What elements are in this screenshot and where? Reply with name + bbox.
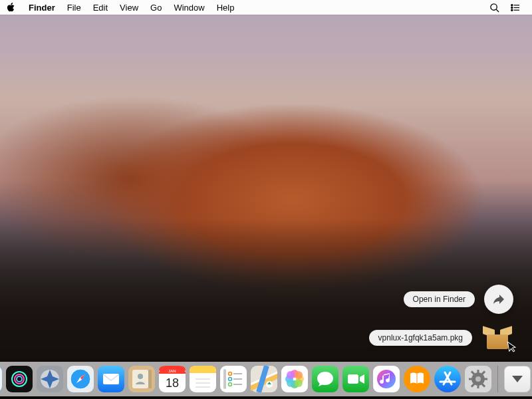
dock-reminders-icon[interactable] [220, 366, 247, 392]
dock-separator [497, 366, 498, 392]
svg-point-4 [511, 7, 513, 8]
dock-appstore-icon[interactable] [434, 366, 461, 392]
svg-rect-25 [148, 370, 152, 388]
stack-item-filename: vpnlux-1gfqk1a5am.pkg [369, 330, 472, 346]
stack-item-pkg[interactable]: vpnlux-1gfqk1a5am.pkg [369, 322, 513, 354]
svg-rect-59 [348, 374, 358, 384]
svg-point-6 [511, 9, 513, 11]
menu-window[interactable]: Window [168, 0, 210, 15]
menu-help[interactable]: Help [211, 0, 241, 15]
menu-edit[interactable]: Edit [87, 0, 114, 15]
dock-itunes-icon[interactable] [373, 366, 400, 392]
dock-facetime-icon[interactable] [342, 366, 369, 392]
svg-rect-74 [483, 378, 487, 380]
svg-rect-39 [223, 369, 226, 389]
dock-maps-icon[interactable] [251, 366, 277, 392]
downloads-stack-popup: Open in Finder vpnlux-1gfqk1a5am.pkg [369, 285, 513, 354]
open-in-finder-label: Open in Finder [404, 291, 475, 307]
dock-contacts-icon[interactable] [128, 366, 155, 392]
svg-point-0 [491, 3, 497, 9]
notification-center-icon[interactable] [505, 3, 525, 12]
svg-point-55 [295, 379, 303, 387]
svg-point-2 [511, 4, 513, 5]
dock-notes-icon[interactable] [190, 366, 216, 392]
dock: JAN18 [0, 362, 532, 399]
chevron-down-icon [512, 376, 523, 382]
svg-text:18: 18 [165, 376, 178, 390]
dock-downloads-stack[interactable] [504, 366, 531, 392]
dock-finder-icon[interactable] [0, 366, 2, 392]
dock-messages-icon[interactable] [312, 366, 338, 392]
svg-rect-73 [469, 378, 473, 380]
apple-menu-icon[interactable] [7, 3, 16, 12]
spotlight-icon[interactable] [484, 3, 505, 13]
dock-siri-icon[interactable] [6, 366, 33, 392]
svg-point-56 [287, 379, 295, 387]
svg-line-1 [496, 9, 499, 12]
dock-mail-icon[interactable] [98, 366, 124, 392]
svg-rect-34 [190, 371, 216, 373]
svg-point-70 [475, 376, 481, 382]
menu-file[interactable]: File [61, 0, 87, 15]
svg-rect-22 [103, 374, 119, 384]
menu-bar: Finder File Edit View Go Window Help [0, 0, 532, 15]
dock-launchpad-icon[interactable] [37, 366, 63, 392]
svg-point-54 [287, 371, 295, 379]
svg-point-26 [138, 374, 143, 379]
menu-app-name[interactable]: Finder [23, 0, 61, 15]
stack-open-in-finder[interactable]: Open in Finder [404, 285, 513, 314]
dock-ibooks-icon[interactable] [404, 366, 430, 392]
dock-photos-icon[interactable] [281, 366, 308, 392]
dock-system-preferences-icon[interactable] [465, 366, 491, 392]
svg-rect-9 [0, 366, 2, 392]
dock-calendar-icon[interactable]: JAN18 [159, 366, 186, 392]
open-in-finder-icon [484, 285, 513, 314]
svg-rect-71 [477, 370, 479, 374]
svg-text:JAN: JAN [168, 369, 176, 373]
svg-rect-12 [6, 366, 33, 392]
svg-rect-72 [477, 384, 479, 388]
menu-go[interactable]: Go [144, 0, 168, 15]
svg-point-53 [295, 371, 303, 379]
dock-safari-icon[interactable] [67, 366, 94, 392]
menu-view[interactable]: View [114, 0, 144, 15]
